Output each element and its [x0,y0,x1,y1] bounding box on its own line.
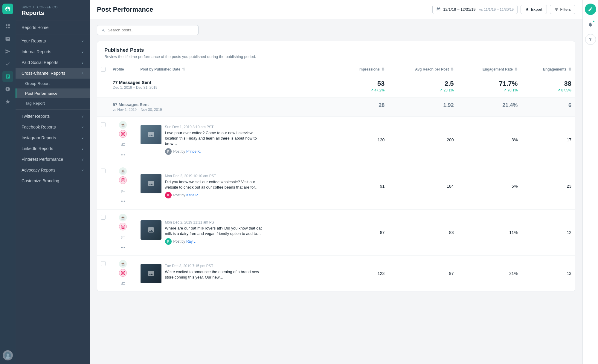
more-action-3[interactable]: ••• [119,244,127,252]
rail-icon-analytics[interactable] [2,71,13,82]
svg-rect-2 [6,27,7,28]
post-details-1: Sun Dec 1, 2019 8:10 am PST Love pour ov… [165,125,267,155]
summary-engs-current: 38 [525,80,571,88]
th-post-date[interactable]: Post by Published Date ⇅ [137,64,338,75]
summary-daterange-prev: vs Nov 1, 2019 – Nov 30, 2019 [113,108,335,112]
tag-action-1[interactable]: 🏷 [119,140,127,149]
platform-icons-1: ☕ [119,121,127,138]
sidebar-item-twitter[interactable]: Twitter Reports ∨ [16,111,90,122]
sidebar-item-pinterest[interactable]: Pinterest Performance ∨ [16,154,90,165]
post-checkbox-3[interactable] [101,215,106,220]
chevron-down-icon: ∨ [81,168,84,172]
sidebar-sub-post-performance[interactable]: Post Performance [16,88,90,98]
brand-logo [2,4,13,14]
rail-icon-star[interactable] [2,96,13,107]
summary-engrate-current: 71.7% [461,80,518,88]
chevron-down-icon: ∨ [81,136,84,140]
author-avatar-1: P [165,148,172,155]
sidebar-item-your-reports[interactable]: Your Reports ∨ [16,36,90,46]
th-impressions[interactable]: Impressions ⇅ [338,64,388,75]
chevron-down-icon: ∨ [81,61,84,65]
select-all-checkbox[interactable] [101,67,106,72]
rail-bottom [3,350,13,364]
post-content-2: Mon Dec 2, 2019 10:10 am PST Did you kno… [141,174,335,198]
row-actions-4: ☕ 🏷 [113,260,133,287]
tag-action-4[interactable]: 🏷 [119,279,127,287]
table-row: ☕ 🏷 [97,256,575,291]
summary-avgreach-prev: 1.92 [392,102,454,108]
sidebar-item-advocacy[interactable]: Advocacy Reports ∨ [16,165,90,175]
sidebar-sub-tag-report[interactable]: Tag Report [16,98,90,108]
coffee-icon-3: ☕ [119,214,127,221]
avgreach-4: 97 [388,256,457,291]
sort-arrow-icon: ⇅ [182,67,185,71]
th-engagements[interactable]: Engagements ⇅ [521,64,575,75]
post-checkbox-2[interactable] [101,169,106,173]
rail-icon-tasks[interactable] [2,59,13,69]
topbar-right: 12/1/19 – 12/31/19 vs 11/1/19 – 11/30/19… [432,5,575,14]
sidebar-item-instagram[interactable]: Instagram Reports ∨ [16,132,90,143]
platform-icons-4: ☕ [119,260,127,277]
chevron-down-icon: ∨ [81,114,84,118]
engrate-2: 5% [457,163,521,209]
avgreach-2: 184 [388,163,457,209]
sidebar-item-internal-reports[interactable]: Internal Reports ∨ [16,46,90,57]
date-range-button[interactable]: 12/1/19 – 12/31/19 vs 11/1/19 – 11/30/19 [432,5,518,14]
filters-button[interactable]: Filters [550,5,575,14]
sidebar-item-reports-home[interactable]: Reports Home [16,22,90,33]
rail-icon-listening[interactable] [2,84,13,94]
export-button[interactable]: Export [521,5,547,14]
sort-arrow-icon: ⇅ [515,67,518,71]
compose-button[interactable] [585,4,596,15]
help-icon[interactable]: ? [585,34,596,45]
rail-icon-publish[interactable] [2,46,13,57]
sidebar-item-cross-channel[interactable]: Cross-Channel Reports ∧ [16,68,90,79]
summary-avgreach-current: 2.5 [392,80,454,88]
post-content-3: Mon Dec 2, 2019 11:11 am PST Where are o… [141,220,335,245]
rail-icon-reports[interactable] [2,21,13,32]
user-avatar[interactable] [3,350,13,360]
summary-messages-current: 77 Messages Sent [113,80,335,85]
post-thumbnail-3 [141,220,161,240]
tag-action-3[interactable]: 🏷 [119,233,127,241]
post-checkbox-4[interactable] [101,261,106,266]
card-description: Review the lifetime performance of the p… [104,54,568,59]
filters-icon [554,7,559,12]
chevron-down-icon: ∨ [81,157,84,161]
impressions-1: 120 [338,117,388,163]
calendar-icon [436,7,441,12]
sidebar-sub-group-report[interactable]: Group Report [16,79,90,88]
post-author-2: K Post by Katie P. [165,192,267,198]
engs-1: 17 [521,117,575,163]
search-input[interactable] [108,28,194,32]
instagram-icon-1 [119,130,127,138]
date-range-text: 12/1/19 – 12/31/19 [443,7,475,12]
post-checkbox-1[interactable] [101,122,106,127]
search-icon [101,28,105,32]
sidebar-item-facebook[interactable]: Facebook Reports ∨ [16,122,90,132]
post-author-1: P Post by Prince K. [165,148,267,155]
chevron-down-icon: ∨ [81,50,84,54]
sidebar-item-paid-social[interactable]: Paid Social Reports ∨ [16,57,90,68]
th-engagement-rate[interactable]: Engagement Rate ⇅ [457,64,521,75]
avgreach-1: 200 [388,117,457,163]
summary-row-prev: 57 Messages Sent vs Nov 1, 2019 – Nov 30… [97,97,575,117]
company-name: Sprout Coffee Co. [22,5,84,9]
sidebar-item-customize-branding[interactable]: Customize Branding [16,175,90,186]
impressions-3: 87 [338,209,388,256]
chevron-up-icon: ∧ [81,71,84,75]
coffee-icon-2: ☕ [119,167,127,175]
sidebar-item-linkedin[interactable]: LinkedIn Reports ∨ [16,143,90,154]
search-bar[interactable] [97,25,199,35]
sidebar: Sprout Coffee Co. Reports Reports Home Y… [16,0,90,364]
sort-arrow-icon: ⇅ [451,67,454,71]
th-avg-reach[interactable]: Avg Reach per Post ⇅ [388,64,457,75]
more-action-2[interactable]: ••• [119,197,127,206]
notification-icon[interactable] [585,19,596,30]
more-action-1[interactable]: ••• [119,151,127,159]
published-posts-card: Published Posts Review the lifetime perf… [97,41,575,291]
sidebar-main-section: Reports Home Your Reports ∨ Internal Rep… [16,21,90,187]
avgreach-3: 83 [388,209,457,256]
tag-action-2[interactable]: 🏷 [119,186,127,195]
rail-icon-inbox[interactable] [2,33,13,44]
